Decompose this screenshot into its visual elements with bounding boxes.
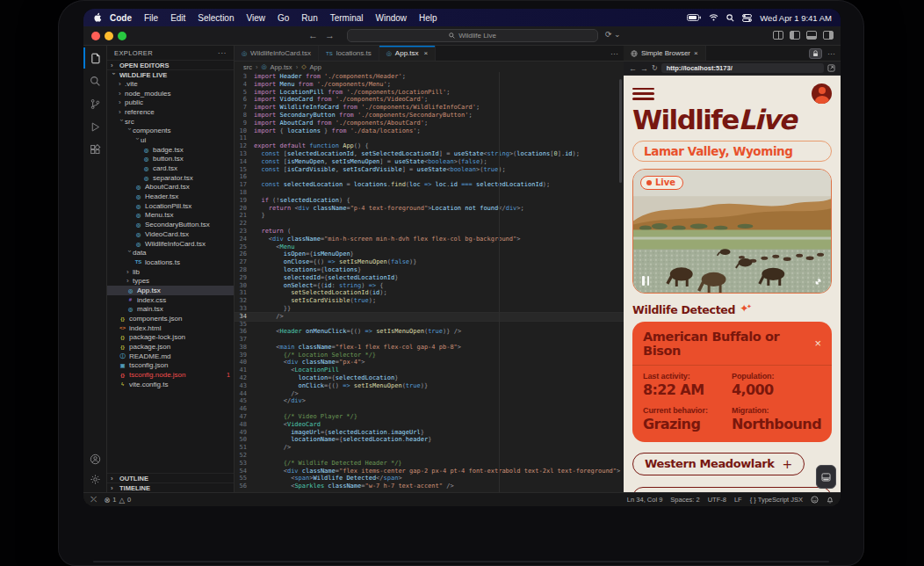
code-line[interactable]: 22	[235, 220, 624, 228]
refresh-dropdown-button[interactable]: ⟳ ⌄	[605, 30, 621, 39]
code-line[interactable]: 29 selectedId={selectedLocationId}	[235, 274, 624, 282]
code-line[interactable]: 12export default function App() {	[235, 142, 624, 150]
code-line[interactable]: 10import { locations } from './data/loca…	[235, 127, 624, 135]
code-line[interactable]: 23 return (	[235, 228, 624, 236]
code-line[interactable]: 49 imageUrl={selectedLocation.imageUrl}	[235, 429, 624, 437]
editor-tab-App.tsx[interactable]: ◎App.tsx×	[379, 46, 436, 61]
expand-icon[interactable]	[813, 277, 823, 287]
status-item[interactable]: Ln 34, Col 9	[627, 496, 662, 504]
customize-layout-icon[interactable]	[773, 31, 783, 40]
browser-forward-icon[interactable]: →	[640, 64, 648, 73]
code-line[interactable]: 42 location={selectedLocation}	[235, 374, 624, 382]
info-card-close-icon[interactable]: ×	[814, 337, 821, 349]
tree-item-index.html[interactable]: <>index.html	[107, 323, 234, 333]
run-debug-icon[interactable]	[83, 116, 107, 137]
tree-item-src[interactable]: ›src	[107, 117, 234, 127]
tree-item-App.tsx[interactable]: ◎App.tsx	[107, 286, 234, 295]
editor-scrollbar[interactable]	[619, 79, 622, 183]
menubar-item-edit[interactable]: Edit	[164, 13, 191, 23]
extensions-icon[interactable]	[83, 139, 107, 160]
code-line[interactable]: 45 </div>	[235, 397, 624, 405]
command-center-search[interactable]: Wildlife Live	[347, 29, 598, 42]
outline-section[interactable]: › OUTLINE	[107, 473, 234, 483]
code-line[interactable]: 21 }	[235, 212, 624, 220]
tree-item-ui[interactable]: ›ui	[107, 135, 234, 145]
tab-simple-browser[interactable]: Simple Browser ×	[624, 46, 706, 61]
minimize-window-button[interactable]	[105, 32, 113, 40]
code-line[interactable]: 54 <div className="flex items-center gap…	[235, 468, 624, 475]
source-control-icon[interactable]	[83, 93, 107, 114]
tree-item-button.tsx[interactable]: ◎button.tsx	[107, 155, 234, 164]
code-line[interactable]: 46	[235, 405, 624, 413]
code-line[interactable]: 52	[235, 452, 624, 460]
browser-reload-icon[interactable]: ↻	[652, 64, 658, 72]
open-editors-section[interactable]: › OPEN EDITORS	[107, 60, 234, 69]
toggle-sidebar-icon[interactable]	[790, 31, 800, 40]
code-line[interactable]: 41 <LocationPill	[235, 366, 624, 374]
tree-item-components[interactable]: ›components	[107, 126, 234, 135]
code-line[interactable]: 16	[235, 173, 624, 181]
tree-item-index.css[interactable]: #index.css	[107, 295, 234, 305]
code-line[interactable]: 40 <div className="px-4">	[235, 359, 624, 366]
code-line[interactable]: 7import WildlifeInfoCard from './compone…	[235, 104, 624, 112]
settings-gear-icon[interactable]	[83, 468, 107, 490]
close-tab-icon[interactable]: ×	[424, 49, 429, 57]
code-line[interactable]: 19 if (!selectedLocation) {	[235, 197, 624, 205]
code-line[interactable]: 17 const selectedLocation = locations.fi…	[235, 181, 624, 189]
pause-icon[interactable]	[642, 276, 649, 286]
tree-item-vite.config.ts[interactable]: ϟvite.config.ts	[107, 380, 234, 389]
breadcrumb[interactable]: src› ◎ App.tsx› ◇ App	[235, 62, 624, 72]
explorer-icon[interactable]	[83, 47, 107, 69]
code-line[interactable]: 27 onClose={() => setIsMenuOpen(false)}	[235, 258, 624, 266]
close-tab-icon[interactable]: ×	[694, 49, 698, 57]
browser-more-icon[interactable]: ···	[827, 49, 835, 58]
code-line[interactable]: 3import Header from './components/Header…	[235, 73, 624, 81]
tree-item-lib[interactable]: ›lib	[107, 267, 234, 277]
menubar-item-help[interactable]: Help	[413, 13, 444, 23]
tree-item-reference[interactable]: ›reference	[107, 107, 234, 117]
status-item[interactable]: { } TypeScript JSX	[750, 496, 803, 504]
tree-item-public[interactable]: ›public	[107, 98, 234, 107]
floating-layout-button[interactable]	[816, 465, 836, 489]
code-line[interactable]: 13 const [selectedLocationId, setSelecte…	[235, 150, 624, 158]
bell-icon[interactable]	[827, 496, 834, 504]
code-line[interactable]: 39 {/* Location Selector */}	[235, 352, 624, 359]
code-line[interactable]: 11	[235, 134, 624, 142]
code-line[interactable]: 56 <Sparkles className="w-7 h-7 text-acc…	[235, 483, 624, 490]
tree-item-.vite[interactable]: ›.vite	[107, 79, 234, 89]
lock-icon[interactable]	[809, 48, 822, 59]
status-item[interactable]: Spaces: 2	[670, 496, 699, 504]
remote-indicator[interactable]: ⤫	[90, 495, 97, 504]
tree-item-locations.ts[interactable]: TSlocations.ts	[107, 258, 234, 267]
tree-item-separator.tsx[interactable]: ◎separator.tsx	[107, 173, 234, 183]
code-line[interactable]: 25 <Menu	[235, 243, 624, 251]
code-line[interactable]: 31 setSelectedLocationId(id);	[235, 289, 624, 297]
account-icon[interactable]	[83, 448, 107, 469]
code-line[interactable]: 4import Menu from './components/Menu';	[235, 81, 624, 89]
code-line[interactable]: 34 />	[235, 313, 624, 321]
avatar[interactable]	[812, 83, 832, 104]
code-line[interactable]: 50 locationName={selectedLocation.header…	[235, 436, 624, 444]
code-line[interactable]: 35	[235, 321, 624, 329]
timeline-section[interactable]: › TIMELINE	[107, 483, 234, 492]
code-line[interactable]: 28 locations={locations}	[235, 266, 624, 274]
code-line[interactable]: 33 }}	[235, 305, 624, 313]
location-pill[interactable]: Lamar Valley, Wyoming	[632, 141, 832, 162]
control-center-icon[interactable]	[742, 14, 752, 22]
editor-tab-WildlifeInfoCard.tsx[interactable]: ◎WildlifeInfoCard.tsx	[235, 46, 319, 61]
hamburger-menu-icon[interactable]	[632, 88, 654, 100]
spotlight-search-icon[interactable]	[726, 14, 734, 22]
code-line[interactable]: 36 <Header onMenuClick={() => setIsMenuO…	[235, 328, 624, 336]
tree-item-README.md[interactable]: ⓘREADME.md	[107, 352, 234, 361]
code-line[interactable]: 8import SecondaryButton from './componen…	[235, 112, 624, 120]
code-line[interactable]: 9import AboutCard from './components/Abo…	[235, 120, 624, 127]
code-line[interactable]: 53 {/* Wildlife Detected Header */}	[235, 460, 624, 468]
tree-item-LocationPill.tsx[interactable]: ◎LocationPill.tsx	[107, 201, 234, 211]
code-line[interactable]: 24 <div className="min-h-screen min-h-dv…	[235, 236, 624, 243]
code-line[interactable]: 18	[235, 189, 624, 197]
tree-item-Menu.tsx[interactable]: ◎Menu.tsx	[107, 211, 234, 221]
menubar-item-file[interactable]: File	[138, 13, 164, 23]
code-line[interactable]: 20 return <div className="p-4 text-foreg…	[235, 205, 624, 213]
menubar-item-window[interactable]: Window	[370, 13, 414, 23]
url-input[interactable]: http://localhost:5173/	[661, 63, 824, 73]
